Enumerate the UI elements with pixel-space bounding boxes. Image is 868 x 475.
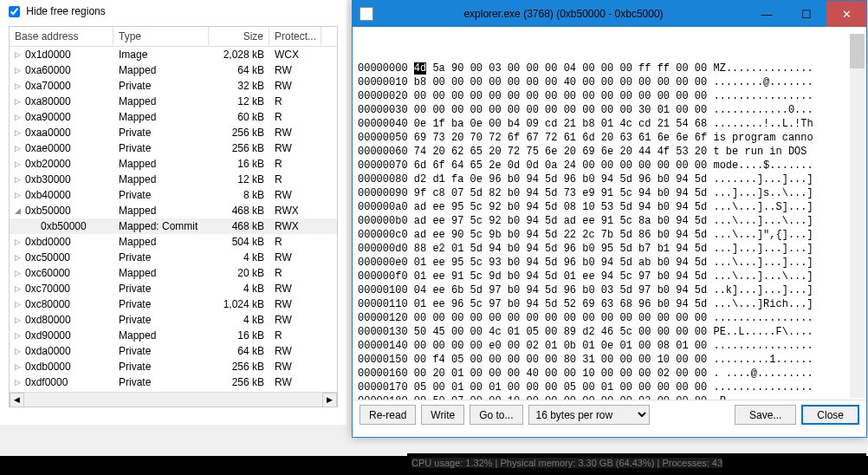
expand-icon[interactable]: ◢ bbox=[15, 206, 23, 215]
hex-line[interactable]: 000000a0 ad ee 95 5c 92 b0 94 5d 08 10 5… bbox=[358, 200, 861, 214]
hex-line[interactable]: 000000f0 01 ee 91 5c 9d b0 94 5d 01 ee 9… bbox=[358, 270, 861, 283]
table-row[interactable]: ▷0xc80000Private1,024 kBRW bbox=[10, 296, 337, 312]
bytes-per-row-select[interactable]: 16 bytes per row bbox=[528, 405, 650, 425]
hex-line[interactable]: 00000040 0e 1f ba 0e 00 b4 09 cd 21 b8 0… bbox=[358, 117, 861, 131]
reread-button[interactable]: Re-read bbox=[360, 405, 416, 425]
hex-line[interactable]: 00000100 04 ee 6b 5d 97 b0 94 5d 96 b0 0… bbox=[358, 283, 861, 297]
table-row[interactable]: ▷0xbd0000Mapped504 kBR bbox=[10, 234, 337, 250]
col-size[interactable]: Size bbox=[209, 27, 269, 46]
hex-line[interactable]: 00000010 b8 00 00 00 00 00 00 00 40 00 0… bbox=[358, 75, 861, 89]
table-row[interactable]: ◢0xb50000Mapped468 kBRWX bbox=[10, 203, 337, 218]
expand-icon[interactable]: ▷ bbox=[15, 316, 23, 324]
horizontal-scrollbar[interactable]: ◀ ▶ bbox=[10, 392, 337, 407]
expand-icon[interactable]: ▷ bbox=[15, 191, 23, 199]
table-row[interactable]: ▷0xc60000Mapped20 kBR bbox=[10, 265, 337, 281]
table-row[interactable]: ▷0xd80000Private4 kBRW bbox=[10, 312, 337, 328]
hex-line[interactable]: 000000b0 ad ee 97 5c 92 b0 94 5d ad ee 9… bbox=[358, 214, 861, 228]
hex-line[interactable]: 00000020 00 00 00 00 00 00 00 00 00 00 0… bbox=[358, 89, 861, 103]
hex-line[interactable]: 00000050 69 73 20 70 72 6f 67 72 61 6d 2… bbox=[358, 131, 861, 145]
table-row[interactable]: ▷0xb20000Mapped16 kBR bbox=[10, 156, 337, 172]
close-button[interactable]: Close bbox=[801, 405, 859, 425]
table-row[interactable]: ▷0xd90000Mapped16 kBR bbox=[10, 328, 337, 343]
cell-size: 12 kB bbox=[209, 172, 269, 186]
expand-icon[interactable]: ▷ bbox=[15, 253, 23, 262]
hex-line[interactable]: 000000d0 88 e2 01 5d 94 b0 94 5d 96 b0 9… bbox=[358, 242, 861, 256]
regions-table: Base address Type Size Protect... ▷0x1d0… bbox=[9, 26, 338, 407]
expand-icon[interactable]: ▷ bbox=[15, 300, 23, 309]
table-row[interactable]: ▷0xdf0000Private256 kBRW bbox=[10, 374, 337, 390]
scroll-left-button[interactable]: ◀ bbox=[10, 393, 24, 407]
expand-icon[interactable]: ▷ bbox=[15, 113, 23, 121]
hex-line[interactable]: 00000070 6d 6f 64 65 2e 0d 0d 0a 24 00 0… bbox=[358, 159, 861, 172]
hex-line[interactable]: 00000120 00 00 00 00 00 00 00 00 00 00 0… bbox=[358, 311, 861, 325]
expand-icon[interactable]: ▷ bbox=[15, 238, 23, 246]
col-protect[interactable]: Protect... bbox=[269, 27, 321, 46]
expand-icon[interactable]: ▷ bbox=[15, 269, 23, 277]
expand-icon[interactable]: ▷ bbox=[15, 159, 23, 168]
expand-icon[interactable]: ▷ bbox=[15, 66, 23, 75]
expand-icon[interactable]: ▷ bbox=[15, 144, 23, 153]
table-row[interactable]: ▷0xa90000Mapped60 kBR bbox=[10, 109, 337, 125]
save-button[interactable]: Save... bbox=[735, 405, 796, 425]
cell-protect: R bbox=[269, 94, 321, 108]
hex-line[interactable]: 000000e0 01 ee 95 5c 93 b0 94 5d 96 b0 9… bbox=[358, 256, 861, 270]
table-row[interactable]: ▷0xae0000Private256 kBRW bbox=[10, 140, 337, 156]
minimize-button[interactable]: — bbox=[747, 1, 787, 27]
table-row[interactable]: ▷0x1d0000Image2,028 kBWCX bbox=[10, 47, 337, 62]
expand-icon[interactable]: ▷ bbox=[15, 331, 23, 340]
hex-line[interactable]: 00000170 05 00 01 00 01 00 00 00 05 00 0… bbox=[358, 381, 861, 394]
expand-icon[interactable]: ▷ bbox=[15, 284, 23, 293]
table-row[interactable]: ▷0xda0000Private64 kBRW bbox=[10, 343, 337, 359]
cell-type: Mapped bbox=[113, 63, 209, 77]
write-button[interactable]: Write bbox=[421, 405, 464, 425]
expand-icon[interactable]: ▷ bbox=[15, 362, 23, 371]
col-type[interactable]: Type bbox=[113, 27, 209, 46]
hide-free-regions-checkbox[interactable]: Hide free regions bbox=[9, 5, 106, 17]
table-row[interactable]: ▷0xa70000Private32 kBRW bbox=[10, 78, 337, 94]
hex-line[interactable]: 00000030 00 00 00 00 00 00 00 00 00 00 0… bbox=[358, 103, 861, 117]
hex-line[interactable]: 00000140 00 00 00 00 e0 00 02 01 0b 01 0… bbox=[358, 339, 861, 353]
hex-line[interactable]: 00000090 9f c8 07 5d 82 b0 94 5d 73 e9 9… bbox=[358, 186, 861, 200]
table-row[interactable]: ▷0xa80000Mapped12 kBR bbox=[10, 94, 337, 109]
table-row[interactable]: ▷0xc70000Private4 kBRW bbox=[10, 281, 337, 296]
scrollbar-thumb[interactable] bbox=[850, 34, 865, 68]
expand-icon[interactable]: ▷ bbox=[15, 378, 23, 387]
vertical-scrollbar[interactable] bbox=[850, 34, 865, 398]
hex-line[interactable]: 00000160 00 20 01 00 00 00 40 00 00 10 0… bbox=[358, 367, 861, 381]
hex-line[interactable]: 00000000 4d 5a 90 00 03 00 00 00 04 00 0… bbox=[358, 62, 861, 75]
table-row[interactable]: ▷0xa60000Mapped64 kBRW bbox=[10, 62, 337, 78]
cell-type: Private bbox=[113, 126, 209, 140]
expand-icon[interactable]: ▷ bbox=[15, 81, 23, 90]
table-row[interactable]: ▷0xb30000Mapped12 kBR bbox=[10, 172, 337, 187]
hex-line[interactable]: 00000180 00 50 07 00 00 10 00 00 00 00 0… bbox=[358, 394, 861, 400]
hex-line[interactable]: 00000110 01 ee 96 5c 97 b0 94 5d 52 69 6… bbox=[358, 297, 861, 311]
table-row[interactable]: ▷0xc50000Private4 kBRW bbox=[10, 250, 337, 265]
col-base-address[interactable]: Base address bbox=[10, 27, 113, 46]
hex-content[interactable]: 00000000 4d 5a 90 00 03 00 00 00 04 00 0… bbox=[353, 27, 866, 400]
hex-line[interactable]: 00000080 d2 d1 fa 0e 96 b0 94 5d 96 b0 9… bbox=[358, 172, 861, 186]
expand-icon[interactable]: ▷ bbox=[15, 128, 23, 137]
cell-address: ▷0xc80000 bbox=[10, 297, 113, 311]
expand-icon[interactable]: ▷ bbox=[15, 175, 23, 184]
titlebar[interactable]: explorer.exe (3768) (0xb50000 - 0xbc5000… bbox=[353, 1, 866, 27]
cell-address: ▷0xa70000 bbox=[10, 79, 113, 93]
scroll-right-button[interactable]: ▶ bbox=[322, 393, 337, 407]
hex-line[interactable]: 00000150 00 f4 05 00 00 00 00 00 80 31 0… bbox=[358, 353, 861, 367]
goto-button[interactable]: Go to... bbox=[470, 405, 522, 425]
maximize-button[interactable]: ☐ bbox=[787, 1, 826, 27]
cell-protect: RW bbox=[269, 141, 321, 155]
table-row[interactable]: ▷0xdb0000Private256 kBRW bbox=[10, 359, 337, 374]
expand-icon[interactable]: ▷ bbox=[15, 347, 23, 355]
hex-line[interactable]: 00000060 74 20 62 65 20 72 75 6e 20 69 6… bbox=[358, 145, 861, 159]
hex-line[interactable]: 00000130 50 45 00 00 4c 01 05 00 89 d2 4… bbox=[358, 325, 861, 339]
table-row[interactable]: ▷0xb40000Private8 kBRW bbox=[10, 187, 337, 203]
expand-icon[interactable]: ▷ bbox=[15, 97, 23, 106]
hex-line[interactable]: 000000c0 ad ee 90 5c 9b b0 94 5d 22 2c 7… bbox=[358, 228, 861, 242]
expand-icon[interactable]: ▷ bbox=[15, 50, 23, 59]
close-window-button[interactable]: ✕ bbox=[826, 1, 866, 27]
table-row[interactable]: 0xb50000Mapped: Commit468 kBRWX bbox=[10, 218, 337, 234]
table-row[interactable]: ▷0xaa0000Private256 kBRW bbox=[10, 125, 337, 140]
hide-free-regions-input[interactable] bbox=[9, 6, 20, 17]
table-body[interactable]: ▷0x1d0000Image2,028 kBWCX▷0xa60000Mapped… bbox=[10, 47, 337, 407]
cell-size: 504 kB bbox=[209, 235, 269, 249]
